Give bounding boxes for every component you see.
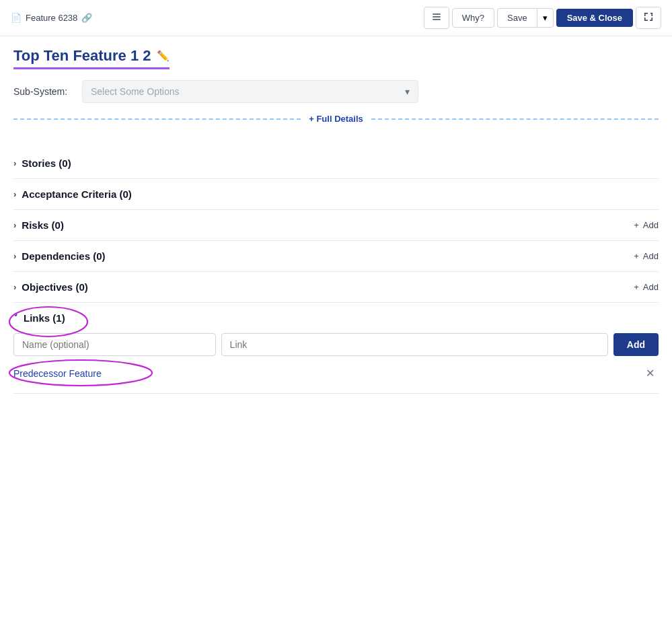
- risks-add-label: Add: [643, 220, 659, 230]
- title-wrapper: Top Ten Feature 1 2 ✏️: [13, 47, 659, 69]
- feature-id-text: Feature 6238: [26, 13, 77, 23]
- objectives-header[interactable]: › Objectives (0) + Add: [13, 281, 659, 293]
- risks-add-plus: +: [634, 220, 639, 230]
- save-dropdown-button[interactable]: ▾: [537, 8, 554, 28]
- edit-icon[interactable]: ✏️: [157, 50, 170, 62]
- save-group: Save ▾: [497, 8, 554, 28]
- link-add-button[interactable]: Add: [613, 333, 659, 356]
- title-row: Top Ten Feature 1 2 ✏️: [13, 47, 170, 69]
- acceptance-section: › Acceptance Criteria (0): [13, 179, 659, 210]
- dependencies-add-button[interactable]: + Add: [634, 251, 659, 261]
- dependencies-title-row: › Dependencies (0): [13, 250, 106, 262]
- acceptance-label: Acceptance Criteria (0): [22, 188, 131, 200]
- stories-title-row: › Stories (0): [13, 157, 71, 169]
- feature-link-icon[interactable]: 🔗: [81, 13, 92, 23]
- objectives-add-plus: +: [634, 282, 639, 292]
- full-details-row: + Full Details: [13, 114, 659, 124]
- save-button[interactable]: Save: [497, 8, 537, 28]
- top-bar-actions: Why? Save ▾ Save & Close: [424, 7, 661, 29]
- move-button[interactable]: [424, 7, 449, 29]
- subsystem-placeholder: Select Some Options: [91, 86, 180, 97]
- link-item: Predecessor Feature ✕: [13, 363, 659, 384]
- risks-header[interactable]: › Risks (0) + Add: [13, 219, 659, 231]
- link-url-input[interactable]: [221, 333, 608, 356]
- acceptance-title-row: › Acceptance Criteria (0): [13, 188, 132, 200]
- main-content: Top Ten Feature 1 2 ✏️ Sub-System: Selec…: [0, 36, 672, 404]
- links-label: Links (1): [24, 312, 65, 324]
- top-bar: 📄 Feature 6238 🔗 Why? Save ▾ Save & Clos…: [0, 0, 672, 36]
- subsystem-select[interactable]: Select Some Options ▾: [82, 80, 418, 103]
- acceptance-chevron: ›: [13, 189, 16, 199]
- link-item-text[interactable]: Predecessor Feature: [13, 368, 102, 379]
- links-header[interactable]: ˅ Links (1): [13, 312, 659, 324]
- objectives-title-row: › Objectives (0): [13, 281, 88, 293]
- expand-button[interactable]: [636, 7, 661, 29]
- top-bar-left: 📄 Feature 6238 🔗: [11, 13, 92, 23]
- objectives-add-label: Add: [643, 282, 659, 292]
- objectives-add-button[interactable]: + Add: [634, 282, 659, 292]
- svg-rect-1: [433, 16, 441, 17]
- save-close-button[interactable]: Save & Close: [556, 9, 633, 27]
- dependencies-header[interactable]: › Dependencies (0) + Add: [13, 250, 659, 262]
- risks-chevron: ›: [13, 220, 16, 230]
- dependencies-label: Dependencies (0): [22, 250, 105, 262]
- scroll-container: Top Ten Feature 1 2 ✏️ Sub-System: Selec…: [0, 36, 672, 632]
- stories-label: Stories (0): [22, 157, 71, 169]
- feature-id: 📄 Feature 6238 🔗: [11, 13, 92, 23]
- risks-title-row: › Risks (0): [13, 219, 64, 231]
- dependencies-chevron: ›: [13, 251, 16, 261]
- link-name-input[interactable]: [13, 333, 216, 356]
- svg-rect-0: [433, 13, 441, 15]
- objectives-chevron: ›: [13, 282, 16, 292]
- dependencies-add-label: Add: [643, 251, 659, 261]
- dashed-line-left: [13, 118, 301, 120]
- subsystem-label: Sub-System:: [13, 86, 74, 97]
- acceptance-header[interactable]: › Acceptance Criteria (0): [13, 188, 659, 200]
- full-details-button[interactable]: + Full Details: [309, 114, 363, 124]
- subsystem-chevron: ▾: [405, 86, 410, 97]
- spacer: [13, 135, 659, 148]
- risks-add-button[interactable]: + Add: [634, 220, 659, 230]
- stories-section: › Stories (0): [13, 148, 659, 179]
- risks-label: Risks (0): [22, 219, 64, 231]
- stories-chevron: ›: [13, 158, 16, 168]
- objectives-section: › Objectives (0) + Add: [13, 272, 659, 303]
- why-button[interactable]: Why?: [452, 8, 494, 28]
- subsystem-row: Sub-System: Select Some Options ▾: [13, 80, 659, 103]
- svg-rect-2: [433, 19, 441, 20]
- risks-section: › Risks (0) + Add: [13, 210, 659, 241]
- dashed-line-right: [371, 118, 659, 120]
- links-chevron: ˅: [13, 313, 18, 323]
- page-title: Top Ten Feature 1 2: [13, 47, 151, 65]
- dependencies-section: › Dependencies (0) + Add: [13, 241, 659, 272]
- links-input-row: Add: [13, 333, 659, 356]
- dependencies-add-plus: +: [634, 251, 639, 261]
- objectives-label: Objectives (0): [22, 281, 87, 293]
- page-icon: 📄: [11, 13, 22, 23]
- link-remove-button[interactable]: ✕: [642, 365, 659, 381]
- links-section: ˅ Links (1) Add Predecessor Feature ✕: [13, 303, 659, 394]
- stories-header[interactable]: › Stories (0): [13, 157, 659, 169]
